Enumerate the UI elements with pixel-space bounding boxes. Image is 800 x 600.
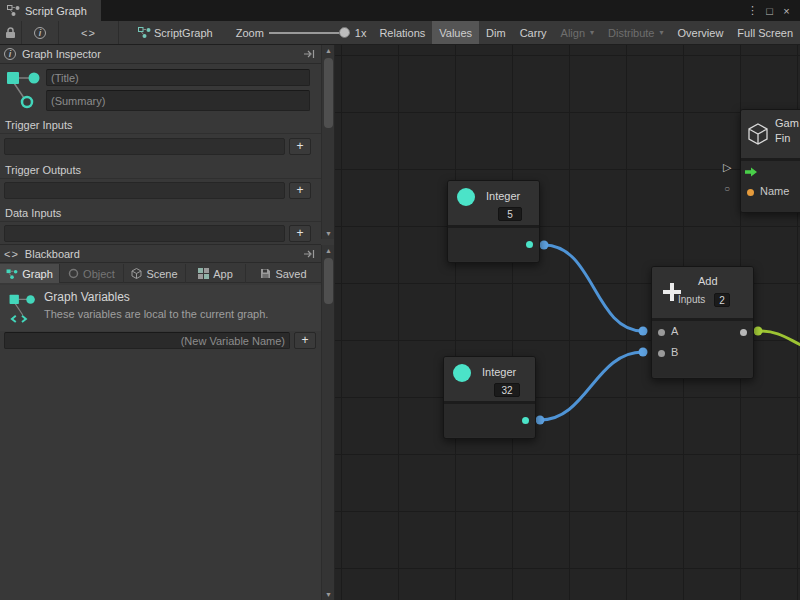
graph-inspector-header: i Graph Inspector: [0, 45, 321, 64]
sidebar: i Graph Inspector ▲ ▼ Trigger Inputs + T…: [0, 45, 335, 600]
tab-saved[interactable]: Saved: [246, 264, 321, 283]
carry-button[interactable]: Carry: [513, 21, 554, 44]
app-tab-icon: [198, 268, 209, 279]
output-port[interactable]: [526, 241, 533, 248]
wire-endpoint[interactable]: [536, 416, 545, 425]
close-icon[interactable]: ×: [778, 5, 795, 17]
integer-value-field[interactable]: 32: [494, 383, 520, 397]
asset-label: ScriptGraph: [154, 27, 213, 39]
overview-button[interactable]: Overview: [671, 21, 731, 44]
tab-scene[interactable]: Scene: [124, 264, 186, 283]
tab-graph[interactable]: Graph: [0, 264, 60, 283]
tab-app[interactable]: App: [186, 264, 246, 283]
graph-variables-section: Graph Variables These variables are loca…: [0, 285, 321, 331]
distribute-dropdown-button[interactable]: Distribute▾: [601, 21, 670, 44]
input-port-b[interactable]: [658, 350, 665, 357]
lock-icon[interactable]: [0, 27, 21, 39]
node-title: Integer: [482, 366, 516, 378]
inputs-label: Inputs: [678, 294, 705, 305]
trigger-outputs-list[interactable]: [4, 182, 285, 199]
node-add[interactable]: Add Inputs 2 A B: [651, 266, 754, 379]
scroll-down-icon[interactable]: ▼: [322, 228, 335, 239]
scroll-up-icon[interactable]: ▲: [322, 45, 335, 56]
scroll-down-icon[interactable]: ▼: [322, 589, 335, 600]
inputs-count-field[interactable]: 2: [714, 293, 730, 307]
align-dropdown-button[interactable]: Align▾: [554, 21, 601, 44]
scroll-up-icon[interactable]: ▲: [322, 245, 335, 256]
graph-variables-subtitle: These variables are local to the current…: [44, 308, 268, 320]
input-port-a[interactable]: [658, 329, 665, 336]
blackboard-header: <> Blackboard: [0, 244, 321, 263]
blackboard-tabs: Graph Object Scene App Saved: [0, 264, 321, 283]
flow-arrow-icon[interactable]: [745, 167, 758, 179]
name-input-port[interactable]: [747, 189, 754, 196]
script-graph-window: Script Graph ⋮ □ × i <> ScriptGraph Zoom: [0, 0, 800, 600]
blackboard-scrollbar[interactable]: ▲ ▼: [321, 245, 334, 600]
trigger-inputs-label: Trigger Inputs: [5, 119, 72, 131]
node-partial-find[interactable]: Gam Fin Name: [740, 109, 800, 213]
trigger-inputs-list[interactable]: [4, 138, 285, 155]
tab-script-graph[interactable]: Script Graph: [0, 0, 101, 21]
node-integer-32[interactable]: Integer 32: [443, 356, 536, 439]
data-inputs-list[interactable]: [4, 225, 285, 242]
script-graph-icon: [138, 27, 151, 38]
add-data-input-button[interactable]: +: [289, 225, 311, 242]
output-port[interactable]: [522, 417, 529, 424]
graph-canvas[interactable]: Integer 5 Integer 32: [335, 45, 800, 600]
section-divider: [0, 221, 321, 222]
add-variable-button[interactable]: +: [294, 332, 316, 349]
tab-object[interactable]: Object: [60, 264, 124, 283]
script-graph-icon: [7, 5, 20, 16]
wire-integer5-to-add-a[interactable]: [544, 245, 643, 331]
dock-arrow-icon[interactable]: [304, 49, 315, 59]
window-title: Script Graph: [25, 5, 87, 17]
flow-port-icon[interactable]: ▷: [723, 161, 731, 174]
blackboard-toggle-button[interactable]: <>: [59, 21, 118, 44]
dim-button[interactable]: Dim: [479, 21, 513, 44]
graph-title-input[interactable]: [46, 69, 310, 86]
scrollbar-thumb[interactable]: [324, 258, 333, 304]
scene-tab-icon: [131, 268, 142, 279]
scrollbar-thumb[interactable]: [324, 58, 333, 128]
value-port-icon[interactable]: ○: [724, 183, 730, 194]
graph-toolbar: i <> ScriptGraph Zoom 1x Relations Value…: [0, 21, 800, 45]
integer-type-icon: [457, 188, 475, 206]
wire-endpoint[interactable]: [540, 241, 549, 250]
section-divider: [0, 178, 321, 179]
output-port[interactable]: [740, 329, 747, 336]
inspector-scrollbar[interactable]: ▲ ▼: [321, 45, 334, 239]
graph-asset-icon: [5, 69, 41, 111]
zoom-slider[interactable]: [269, 21, 350, 45]
graph-tab-icon: [6, 269, 18, 279]
full-screen-button[interactable]: Full Screen: [730, 21, 800, 44]
integer-value-field[interactable]: 5: [498, 207, 522, 221]
node-title-line2: Fin: [775, 132, 790, 144]
graph-summary-input[interactable]: [46, 90, 310, 111]
relations-button[interactable]: Relations: [372, 21, 432, 44]
port-a-label: A: [671, 325, 678, 337]
wire-integer32-to-add-b[interactable]: [540, 352, 643, 420]
wire-endpoint[interactable]: [754, 327, 763, 336]
code-icon: <>: [4, 248, 19, 260]
menu-icon[interactable]: ⋮: [744, 4, 761, 17]
trigger-outputs-label: Trigger Outputs: [5, 164, 81, 176]
new-variable-input[interactable]: [4, 332, 290, 349]
dock-arrow-icon[interactable]: [304, 249, 315, 259]
node-title: Integer: [486, 190, 520, 202]
wire-add-output[interactable]: [758, 331, 800, 348]
add-trigger-input-button[interactable]: +: [289, 138, 311, 155]
chevron-down-icon: ▾: [660, 28, 664, 37]
info-icon: i: [4, 48, 16, 60]
zoom-label: Zoom: [236, 27, 264, 39]
zoom-knob[interactable]: [339, 27, 350, 38]
maximize-icon[interactable]: □: [761, 5, 778, 17]
section-divider: [0, 133, 321, 134]
wire-endpoint[interactable]: [639, 348, 648, 357]
values-button[interactable]: Values: [432, 21, 479, 44]
inspector-toggle-button[interactable]: i: [22, 21, 58, 44]
asset-breadcrumb-button[interactable]: ScriptGraph: [131, 21, 220, 44]
node-integer-5[interactable]: Integer 5: [447, 180, 540, 263]
add-trigger-output-button[interactable]: +: [289, 182, 311, 199]
window-controls: ⋮ □ ×: [744, 0, 800, 21]
wire-endpoint[interactable]: [639, 327, 648, 336]
